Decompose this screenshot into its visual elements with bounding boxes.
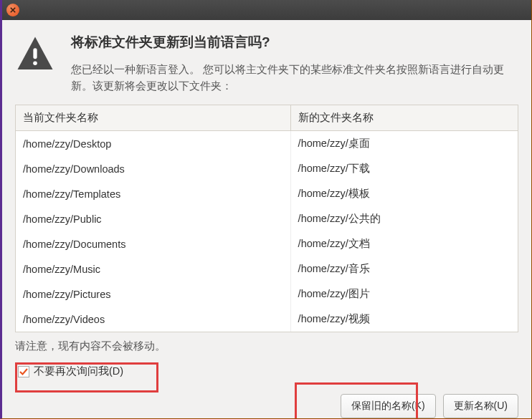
button-row: 保留旧的名称(K) 更新名称(U) — [2, 387, 531, 418]
table-row[interactable]: /home/zzy/Downloads/home/zzy/下载 — [16, 156, 518, 181]
cell-new: /home/zzy/音乐 — [290, 256, 518, 281]
table-header-current[interactable]: 当前文件夹名称 — [16, 105, 290, 131]
svg-rect-1 — [33, 48, 37, 59]
dont-ask-row[interactable]: 不要再次询问我(D) — [15, 360, 518, 382]
table-row[interactable]: /home/zzy/Documents/home/zzy/文档 — [16, 231, 518, 256]
update-names-button[interactable]: 更新名称(U) — [443, 394, 518, 418]
titlebar — [2, 0, 531, 20]
cell-current: /home/zzy/Templates — [16, 181, 290, 206]
table-row[interactable]: /home/zzy/Templates/home/zzy/模板 — [16, 181, 518, 206]
cell-new: /home/zzy/桌面 — [290, 131, 518, 157]
cell-new: /home/zzy/视频 — [290, 307, 518, 332]
table-row[interactable]: /home/zzy/Public/home/zzy/公共的 — [16, 206, 518, 231]
svg-point-0 — [33, 61, 37, 65]
cell-current: /home/zzy/Videos — [16, 307, 290, 332]
cell-new: /home/zzy/公共的 — [290, 206, 518, 231]
folder-table: 当前文件夹名称 新的文件夹名称 /home/zzy/Desktop/home/z… — [15, 105, 518, 332]
table-row[interactable]: /home/zzy/Pictures/home/zzy/图片 — [16, 281, 518, 307]
cell-new: /home/zzy/图片 — [290, 281, 518, 307]
dialog-title: 将标准文件夹更新到当前语言吗? — [71, 33, 518, 52]
dialog-content: 将标准文件夹更新到当前语言吗? 您已经以一种新语言登入。 您可以将主文件夹下的某… — [2, 20, 531, 382]
keep-old-names-button[interactable]: 保留旧的名称(K) — [341, 394, 436, 418]
cell-current: /home/zzy/Music — [16, 256, 290, 281]
cell-current: /home/zzy/Pictures — [16, 281, 290, 307]
close-icon — [10, 7, 16, 13]
warning-icon — [15, 34, 55, 74]
table-header-new[interactable]: 新的文件夹名称 — [290, 105, 518, 131]
table-row[interactable]: /home/zzy/Videos/home/zzy/视频 — [16, 307, 518, 332]
note-text: 请注意，现有内容不会被移动。 — [15, 339, 518, 353]
cell-new: /home/zzy/文档 — [290, 231, 518, 256]
check-icon — [19, 367, 28, 376]
dont-ask-label[interactable]: 不要再次询问我(D) — [34, 365, 123, 378]
table-row[interactable]: /home/zzy/Desktop/home/zzy/桌面 — [16, 131, 518, 157]
cell-current: /home/zzy/Documents — [16, 231, 290, 256]
cell-current: /home/zzy/Desktop — [16, 131, 290, 157]
cell-new: /home/zzy/模板 — [290, 181, 518, 206]
table-row[interactable]: /home/zzy/Music/home/zzy/音乐 — [16, 256, 518, 281]
header-row: 将标准文件夹更新到当前语言吗? 您已经以一种新语言登入。 您可以将主文件夹下的某… — [15, 33, 518, 95]
dont-ask-checkbox[interactable] — [18, 366, 29, 377]
header-text: 将标准文件夹更新到当前语言吗? 您已经以一种新语言登入。 您可以将主文件夹下的某… — [71, 33, 518, 95]
dialog-window: 将标准文件夹更新到当前语言吗? 您已经以一种新语言登入。 您可以将主文件夹下的某… — [0, 0, 532, 419]
cell-current: /home/zzy/Downloads — [16, 156, 290, 181]
dialog-subtitle: 您已经以一种新语言登入。 您可以将主文件夹下的某些标准文件夹名按照新语言进行自动… — [71, 62, 518, 95]
cell-current: /home/zzy/Public — [16, 206, 290, 231]
cell-new: /home/zzy/下载 — [290, 156, 518, 181]
close-button[interactable] — [6, 4, 19, 16]
